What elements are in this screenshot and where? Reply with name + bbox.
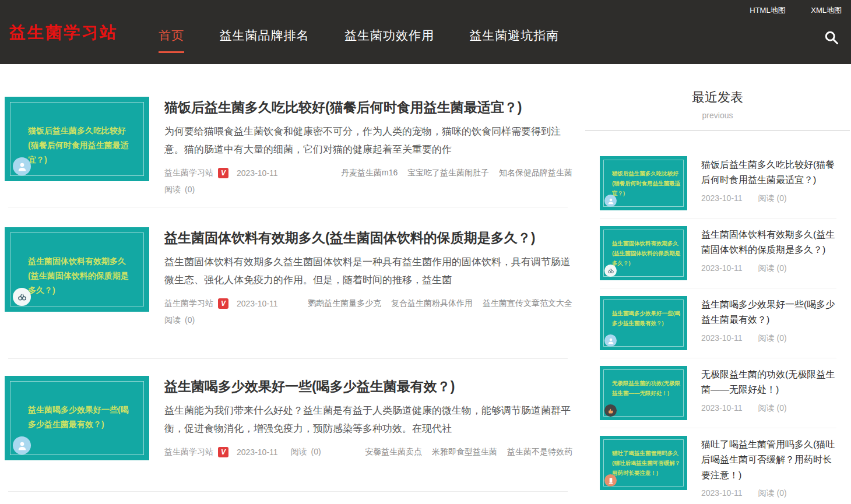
article-meta: 益生菌学习站 V 2023-10-11 丹麦益生菌m16 宝宝吃了益生菌闹肚子 … xyxy=(164,168,572,178)
recent-post-item[interactable]: 猫吐了喝益生菌管用吗多久(猫吐后喝益生菌可否缓解？用药时长要注意！) 猫吐了喝益… xyxy=(600,428,836,504)
tag-link[interactable]: 益生菌宣传文章范文大全 xyxy=(483,298,572,308)
tag-link[interactable]: 知名保健品牌益生菌 xyxy=(499,168,572,177)
recent-post-meta: 2023-10-11 阅读 (0) xyxy=(701,263,836,274)
verified-badge-icon: V xyxy=(218,168,228,178)
article-list: 猫饭后益生菌多久吃比较好(猫餐后何时食用益生菌最适宜？) 猫饭后益生菌多久吃比较… xyxy=(5,76,572,491)
recent-post-thumbnail: 益生菌喝多少效果好一些(喝多少益生菌最有效？) xyxy=(600,296,687,350)
article-reads: 阅读(0) xyxy=(164,185,572,195)
search-button[interactable] xyxy=(823,29,839,45)
sidebar-title: 最近发表 xyxy=(585,85,850,106)
sidebar-subtitle: previous xyxy=(585,111,850,120)
article-meta: 益生菌学习站 V 2023-10-11 鹦鹉益生菌量多少克 复合益生菌粉具体作用… xyxy=(164,298,572,309)
thumbnail-caption: 益生菌固体饮料有效期多久(益生菌固体饮料的保质期是多久？) xyxy=(612,238,682,268)
article-divider xyxy=(8,491,568,492)
doctor-avatar-icon xyxy=(13,157,31,175)
article-title[interactable]: 猫饭后益生菌多久吃比较好(猫餐后何时食用益生菌最适宜？) xyxy=(164,98,572,117)
tag-link[interactable]: 益生菌不是特效药 xyxy=(507,447,572,456)
nav-item-pitfall-guide[interactable]: 益生菌避坑指南 xyxy=(469,27,559,51)
thumbnail-caption: 益生菌固体饮料有效期多久(益生菌固体饮料的保质期是多久？) xyxy=(28,254,136,298)
thumbnail-caption: 益生菌喝多少效果好一些(喝多少益生菌最有效？) xyxy=(28,403,136,432)
article-date: 2023-10-11 xyxy=(237,299,278,308)
thumbnail-caption: 猫饭后益生菌多久吃比较好(猫餐后何时食用益生菌最适宜？) xyxy=(612,168,682,198)
article-item: 猫饭后益生菌多久吃比较好(猫餐后何时食用益生菌最适宜？) 猫饭后益生菌多久吃比较… xyxy=(5,97,572,195)
html-sitemap-link[interactable]: HTML地图 xyxy=(750,6,785,15)
tag-link[interactable]: 鹦鹉益生菌量多少克 xyxy=(308,298,381,308)
recent-post-reads: 阅读 (0) xyxy=(758,263,787,274)
recent-post-body: 益生菌固体饮料有效期多久(益生菌固体饮料的保质期是多久？) 2023-10-11… xyxy=(701,226,836,280)
recent-post-body: 益生菌喝多少效果好一些(喝多少益生菌最有效？) 2023-10-11 阅读 (0… xyxy=(701,296,836,350)
verified-badge-icon: V xyxy=(218,298,228,309)
glasses-avatar-icon xyxy=(604,265,617,277)
tag-link[interactable]: 宝宝吃了益生菌闹肚子 xyxy=(407,168,489,177)
reads-count: (0) xyxy=(185,315,195,325)
main-nav: 首页 益生菌品牌排名 益生菌功效作用 益生菌避坑指南 xyxy=(159,27,592,53)
recent-post-meta: 2023-10-11 阅读 (0) xyxy=(701,488,836,499)
recent-post-title[interactable]: 益生菌喝多少效果好一些(喝多少益生菌最有效？) xyxy=(701,297,836,328)
recent-post-reads: 阅读 (0) xyxy=(758,333,787,344)
reads-count: (0) xyxy=(185,185,195,194)
site-header: HTML地图 XML地图 益生菌学习站 首页 益生菌品牌排名 益生菌功效作用 益… xyxy=(0,0,851,64)
article-divider xyxy=(8,207,568,207)
article-author[interactable]: 益生菌学习站 xyxy=(164,447,213,457)
xml-sitemap-link[interactable]: XML地图 xyxy=(811,6,842,15)
recent-post-thumbnail: 无极限益生菌的功效(无极限益生菌——无限好处！) xyxy=(600,366,687,420)
article-author[interactable]: 益生菌学习站 xyxy=(164,168,213,178)
nav-item-brand-ranking[interactable]: 益生菌品牌排名 xyxy=(219,27,309,51)
person-avatar-icon xyxy=(604,474,617,487)
doctor-avatar-icon xyxy=(604,195,617,207)
article-title[interactable]: 益生菌固体饮料有效期多久(益生菌固体饮料的保质期是多久？) xyxy=(164,228,572,248)
nav-item-effects[interactable]: 益生菌功效作用 xyxy=(344,27,434,51)
tag-link[interactable]: 丹麦益生菌m16 xyxy=(341,168,398,177)
sitemap-links: HTML地图 XML地图 xyxy=(726,5,842,16)
recent-post-reads: 阅读 (0) xyxy=(758,193,787,204)
recent-post-title[interactable]: 无极限益生菌的功效(无极限益生菌——无限好处！) xyxy=(701,367,836,398)
site-logo[interactable]: 益生菌学习站 xyxy=(9,22,118,44)
article-thumbnail[interactable]: 猫饭后益生菌多久吃比较好(猫餐后何时食用益生菌最适宜？) xyxy=(5,97,149,181)
recent-post-reads: 阅读 (0) xyxy=(758,488,787,499)
recent-post-meta: 2023-10-11 阅读 (0) xyxy=(701,193,836,204)
recent-post-item[interactable]: 益生菌喝多少效果好一些(喝多少益生菌最有效？) 益生菌喝多少效果好一些(喝多少益… xyxy=(600,288,836,358)
recent-post-date: 2023-10-11 xyxy=(701,488,743,499)
article-thumbnail[interactable]: 益生菌固体饮料有效期多久(益生菌固体饮料的保质期是多久？) xyxy=(5,227,149,312)
recent-post-date: 2023-10-11 xyxy=(701,193,743,204)
reads-label: 阅读 xyxy=(291,447,307,456)
article-thumbnail[interactable]: 益生菌喝多少效果好一些(喝多少益生菌最有效？) xyxy=(5,376,149,460)
page: HTML地图 XML地图 益生菌学习站 首页 益生菌品牌排名 益生菌功效作用 益… xyxy=(0,0,851,504)
recent-post-item[interactable]: 猫饭后益生菌多久吃比较好(猫餐后何时食用益生菌最适宜？) 猫饭后益生菌多久吃比较… xyxy=(600,149,836,218)
tag-link[interactable]: 安馨益生菌卖点 xyxy=(365,447,422,456)
sidebar-divider xyxy=(585,130,850,131)
recent-post-title[interactable]: 猫饭后益生菌多久吃比较好(猫餐后何时食用益生菌最适宜？) xyxy=(701,157,836,188)
reads-count: (0) xyxy=(311,447,321,456)
recent-post-meta: 2023-10-11 阅读 (0) xyxy=(701,333,836,344)
article-body: 猫饭后益生菌多久吃比较好(猫餐后何时食用益生菌最适宜？) 为何要给猫喂食益生菌饮… xyxy=(164,97,572,195)
reads-label: 阅读 xyxy=(164,315,181,325)
tag-link[interactable]: 复合益生菌粉具体作用 xyxy=(391,298,473,308)
article-title[interactable]: 益生菌喝多少效果好一些(喝多少益生菌最有效？) xyxy=(164,377,572,396)
thumbnail-caption: 猫饭后益生菌多久吃比较好(猫餐后何时食用益生菌最适宜？) xyxy=(28,124,136,168)
reads-label: 阅读 xyxy=(164,185,181,194)
hand-avatar-icon xyxy=(604,404,617,417)
article-excerpt: 益生菌能为我们带来什么好处？益生菌是有益于人类肠道健康的微生物，能够调节肠道菌群… xyxy=(164,402,572,438)
recent-post-title[interactable]: 益生菌固体饮料有效期多久(益生菌固体饮料的保质期是多久？) xyxy=(701,227,836,258)
recent-posts-sidebar: 最近发表 previous 猫饭后益生菌多久吃比较好(猫餐后何时食用益生菌最适宜… xyxy=(585,85,850,504)
article-meta: 益生菌学习站 V 2023-10-11 阅读(0) 安馨益生菌卖点 米雅即食型益… xyxy=(164,447,572,457)
recent-post-thumbnail: 猫吐了喝益生菌管用吗多久(猫吐后喝益生菌可否缓解？用药时长要注意！) xyxy=(600,436,687,490)
recent-post-meta: 2023-10-11 阅读 (0) xyxy=(701,403,836,414)
tag-link[interactable]: 米雅即食型益生菌 xyxy=(432,447,497,456)
nav-item-home[interactable]: 首页 xyxy=(159,27,184,53)
article-tags: 鹦鹉益生菌量多少克 复合益生菌粉具体作用 益生菌宣传文章范文大全 xyxy=(300,298,572,309)
thumbnail-caption: 猫吐了喝益生菌管用吗多久(猫吐后喝益生菌可否缓解？用药时长要注意！) xyxy=(612,448,682,478)
recent-post-date: 2023-10-11 xyxy=(701,403,743,414)
glasses-avatar-icon xyxy=(13,288,31,306)
article-item: 益生菌固体饮料有效期多久(益生菌固体饮料的保质期是多久？) 益生菌固体饮料有效期… xyxy=(5,227,572,326)
recent-post-item[interactable]: 无极限益生菌的功效(无极限益生菌——无限好处！) 无极限益生菌的功效(无极限益生… xyxy=(600,358,836,428)
thumbnail-caption: 益生菌喝多少效果好一些(喝多少益生菌最有效？) xyxy=(612,308,682,328)
search-icon xyxy=(823,29,839,45)
recent-post-title[interactable]: 猫吐了喝益生菌管用吗多久(猫吐后喝益生菌可否缓解？用药时长要注意！) xyxy=(701,437,836,483)
recent-post-item[interactable]: 益生菌固体饮料有效期多久(益生菌固体饮料的保质期是多久？) 益生菌固体饮料有效期… xyxy=(600,218,836,288)
article-divider xyxy=(8,358,568,359)
doctor-avatar-icon xyxy=(604,334,617,347)
article-author[interactable]: 益生菌学习站 xyxy=(164,298,213,309)
article-body: 益生菌喝多少效果好一些(喝多少益生菌最有效？) 益生菌能为我们带来什么好处？益生… xyxy=(164,376,572,460)
recent-post-thumbnail: 益生菌固体饮料有效期多久(益生菌固体饮料的保质期是多久？) xyxy=(600,226,687,280)
